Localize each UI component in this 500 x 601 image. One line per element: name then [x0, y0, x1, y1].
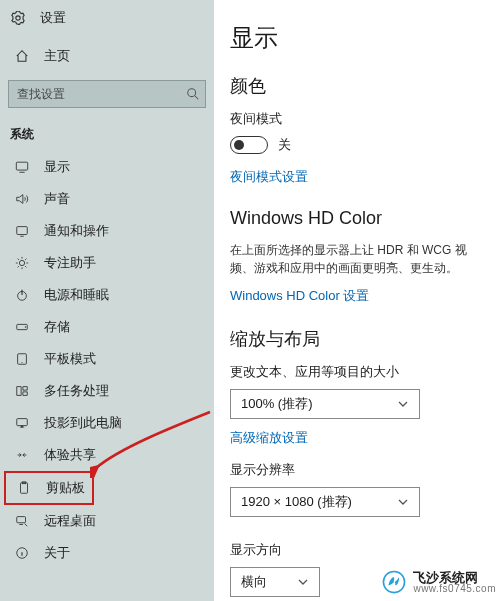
- svg-point-6: [25, 326, 26, 327]
- sidebar-item-shared[interactable]: 体验共享: [0, 439, 214, 471]
- sidebar-item-about[interactable]: 关于: [0, 537, 214, 569]
- svg-point-0: [188, 89, 196, 97]
- hd-color-settings-link[interactable]: Windows HD Color 设置: [230, 287, 500, 305]
- home-label: 主页: [44, 47, 214, 65]
- night-mode-settings-link[interactable]: 夜间模式设置: [230, 168, 500, 186]
- sidebar-item-label: 关于: [44, 544, 214, 562]
- section-label: 系统: [0, 108, 214, 151]
- sidebar-item-label: 存储: [44, 318, 214, 336]
- gear-icon: [10, 10, 26, 26]
- watermark-sub: www.fs0745.com: [413, 584, 496, 594]
- night-mode-state: 关: [278, 136, 291, 154]
- sidebar-item-label: 多任务处理: [44, 382, 214, 400]
- chevron-down-icon: [397, 398, 409, 410]
- sidebar-item-label: 专注助手: [44, 254, 214, 272]
- resolution-value: 1920 × 1080 (推荐): [241, 493, 352, 511]
- hd-color-description: 在上面所选择的显示器上让 HDR 和 WCG 视频、游戏和应用中的画面更明亮、更…: [230, 241, 490, 277]
- multitask-icon: [14, 383, 30, 399]
- sidebar-item-tablet[interactable]: 平板模式: [0, 343, 214, 375]
- sidebar-item-notifications[interactable]: 通知和操作: [0, 215, 214, 247]
- chevron-down-icon: [297, 576, 309, 588]
- projecting-icon: [14, 415, 30, 431]
- power-icon: [14, 287, 30, 303]
- settings-header: 设置: [0, 2, 214, 34]
- remote-icon: [14, 513, 30, 529]
- sidebar-item-clipboard[interactable]: 剪贴板: [6, 473, 92, 503]
- scale-select[interactable]: 100% (推荐): [230, 389, 420, 419]
- svg-rect-10: [21, 483, 28, 494]
- sidebar-item-focus[interactable]: 专注助手: [0, 247, 214, 279]
- watermark: 飞沙系统网 www.fs0745.com: [377, 567, 500, 597]
- svg-rect-9: [17, 419, 28, 426]
- clipboard-icon: [16, 480, 32, 496]
- svg-point-8: [21, 362, 22, 363]
- sidebar-item-power[interactable]: 电源和睡眠: [0, 279, 214, 311]
- sidebar-item-remote[interactable]: 远程桌面: [0, 505, 214, 537]
- resolution-select[interactable]: 1920 × 1080 (推荐): [230, 487, 420, 517]
- sidebar-item-label: 通知和操作: [44, 222, 214, 240]
- orientation-value: 横向: [241, 573, 267, 591]
- sidebar-item-label: 电源和睡眠: [44, 286, 214, 304]
- annotation-highlight: 剪贴板: [4, 471, 94, 505]
- home-nav[interactable]: 主页: [0, 40, 214, 72]
- scale-label: 更改文本、应用等项目的大小: [230, 363, 500, 381]
- night-mode-label: 夜间模式: [230, 110, 500, 128]
- watermark-main: 飞沙系统网: [413, 571, 496, 584]
- scale-section-title: 缩放与布局: [230, 327, 500, 351]
- watermark-icon: [381, 569, 407, 595]
- orientation-label: 显示方向: [230, 541, 500, 559]
- about-icon: [14, 545, 30, 561]
- svg-point-3: [19, 260, 24, 265]
- svg-rect-2: [17, 227, 28, 235]
- notification-icon: [14, 223, 30, 239]
- tablet-icon: [14, 351, 30, 367]
- color-section-title: 颜色: [230, 74, 500, 98]
- sidebar-item-label: 投影到此电脑: [44, 414, 214, 432]
- hd-color-title: Windows HD Color: [230, 208, 500, 229]
- sidebar-item-label: 远程桌面: [44, 512, 214, 530]
- search-icon: [186, 87, 200, 101]
- page-title: 显示: [230, 22, 500, 54]
- scale-value: 100% (推荐): [241, 395, 313, 413]
- home-icon: [14, 48, 30, 64]
- settings-label: 设置: [40, 9, 214, 27]
- sidebar-item-multitask[interactable]: 多任务处理: [0, 375, 214, 407]
- search-input[interactable]: [8, 80, 206, 108]
- sidebar-item-sound[interactable]: 声音: [0, 183, 214, 215]
- sidebar-item-projecting[interactable]: 投影到此电脑: [0, 407, 214, 439]
- sidebar-item-label: 声音: [44, 190, 214, 208]
- orientation-select[interactable]: 横向: [230, 567, 320, 597]
- svg-rect-12: [17, 517, 26, 523]
- night-mode-toggle[interactable]: [230, 136, 268, 154]
- storage-icon: [14, 319, 30, 335]
- advanced-scaling-link[interactable]: 高级缩放设置: [230, 429, 500, 447]
- shared-icon: [14, 447, 30, 463]
- monitor-icon: [14, 159, 30, 175]
- focus-icon: [14, 255, 30, 271]
- sidebar-item-label: 体验共享: [44, 446, 214, 464]
- sidebar-item-label: 剪贴板: [46, 479, 92, 497]
- chevron-down-icon: [397, 496, 409, 508]
- sound-icon: [14, 191, 30, 207]
- svg-rect-1: [16, 162, 27, 170]
- resolution-label: 显示分辨率: [230, 461, 500, 479]
- sidebar-item-display[interactable]: 显示: [0, 151, 214, 183]
- search-container: [8, 80, 206, 108]
- sidebar-item-label: 平板模式: [44, 350, 214, 368]
- sidebar-item-label: 显示: [44, 158, 214, 176]
- sidebar-item-storage[interactable]: 存储: [0, 311, 214, 343]
